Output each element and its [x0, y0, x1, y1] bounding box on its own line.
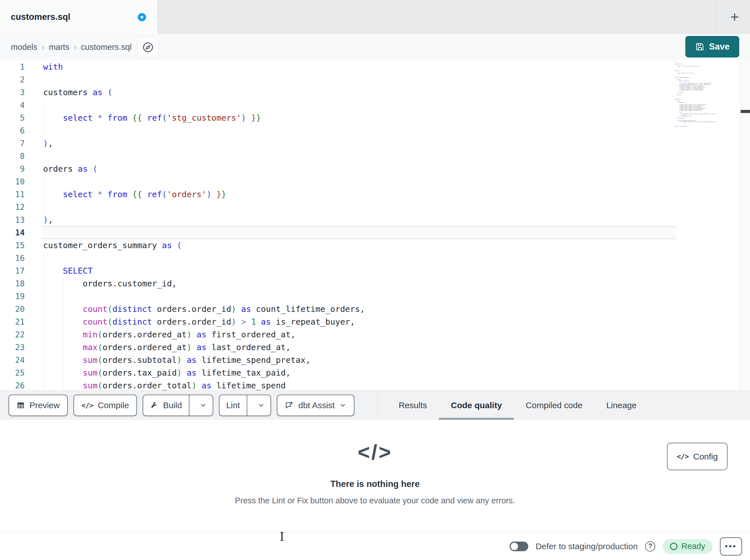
config-label: Config	[693, 452, 718, 461]
code-line-6[interactable]: 6	[0, 124, 740, 137]
build-button[interactable]: Build	[143, 395, 190, 416]
line-number: 26	[0, 379, 41, 390]
code-line-21[interactable]: 21 count(distinct orders.order_id) > 1 a…	[0, 315, 740, 328]
preview-label: Preview	[29, 400, 60, 410]
code-line-19[interactable]: 19	[0, 290, 740, 303]
code-line-14[interactable]: 14	[0, 226, 740, 239]
scrollbar-thumb[interactable]	[741, 110, 750, 113]
indent-guide	[43, 315, 44, 328]
code-line-17[interactable]: 17 SELECT	[0, 265, 740, 277]
defer-toggle[interactable]	[510, 542, 528, 551]
code-line-8[interactable]: 8	[0, 150, 740, 163]
dbt-assist-label: dbt Assist	[298, 400, 335, 410]
breadcrumb-separator: ›	[74, 43, 77, 51]
save-label: Save	[709, 42, 730, 52]
line-number: 15	[0, 239, 41, 252]
action-toolbar: Preview </> Compile Build	[0, 390, 750, 420]
panel-tab-compiled-code[interactable]: Compiled code	[526, 391, 583, 420]
indent-guide	[43, 111, 44, 124]
code-line-22[interactable]: 22 min(orders.ordered_at) as first_order…	[0, 328, 740, 341]
code-line-20[interactable]: 20 count(distinct orders.order_id) as co…	[0, 303, 740, 315]
question-circle-icon[interactable]: ?	[645, 541, 655, 552]
panel-tab-results[interactable]: Results	[399, 391, 427, 420]
editor-minimap[interactable]: withcustomers as ( select * from {{ ref(…	[675, 61, 718, 129]
code-line-7[interactable]: 7),	[0, 137, 740, 150]
line-number: 24	[0, 354, 41, 367]
panel-tab-code-quality[interactable]: Code quality	[451, 391, 502, 420]
breadcrumb-item-customers-sql[interactable]: customers.sql	[81, 42, 132, 52]
indent-guide	[63, 328, 63, 341]
status-ready-badge[interactable]: Ready	[663, 539, 713, 554]
ellipsis-icon: •••	[725, 542, 737, 551]
code-line-13[interactable]: 13),	[0, 213, 740, 226]
editor-tab-bar: customers.sql +	[0, 0, 750, 34]
lint-button[interactable]: Lint	[219, 395, 247, 416]
lint-dropdown-button[interactable]	[252, 395, 271, 416]
line-number: 21	[0, 315, 41, 328]
line-number: 17	[0, 265, 41, 277]
floppy-disk-icon	[695, 42, 705, 51]
tab-customers-sql[interactable]: customers.sql	[0, 0, 158, 34]
indent-guide	[43, 341, 44, 354]
indent-guide	[43, 99, 44, 111]
code-line-24[interactable]: 24 sum(orders.subtotal) as lifetime_spen…	[0, 354, 740, 367]
code-line-2[interactable]: 2	[0, 74, 740, 86]
empty-state: </> There is nothing here Press the Lint…	[0, 440, 750, 505]
wrench-icon	[150, 401, 158, 410]
line-number: 23	[0, 341, 41, 354]
code-lines: 1with23customers as (45 select * from {{…	[0, 61, 740, 390]
breadcrumb-item-models[interactable]: models	[11, 42, 37, 52]
lint-label: Lint	[226, 400, 240, 410]
toolbar-divider	[378, 391, 378, 420]
indent-guide	[43, 354, 44, 367]
unsaved-changes-dot-icon	[138, 13, 146, 21]
result-panel-tabs: ResultsCode qualityCompiled codeLineage	[399, 391, 636, 420]
code-line-25[interactable]: 25 sum(orders.tax_paid) as lifetime_tax_…	[0, 367, 740, 379]
line-number: 11	[0, 188, 41, 201]
code-line-23[interactable]: 23 max(orders.ordered_at) as last_ordere…	[0, 341, 740, 354]
line-number: 12	[0, 201, 41, 213]
breadcrumb-bar: models›marts›customers.sql Save	[0, 34, 750, 60]
build-split-button: Build	[143, 395, 213, 416]
code-line-9[interactable]: 9orders as (	[0, 163, 740, 175]
code-line-4[interactable]: 4	[0, 99, 740, 111]
config-button[interactable]: </> Config	[667, 443, 728, 470]
code-line-15[interactable]: 15customer_orders_summary as (	[0, 239, 740, 252]
code-line-18[interactable]: 18 orders.customer_id,	[0, 277, 740, 290]
code-line-5[interactable]: 5 select * from {{ ref('stg_customers') …	[0, 111, 740, 124]
compile-button[interactable]: </> Compile	[74, 395, 137, 416]
line-number: 22	[0, 328, 41, 341]
code-line-3[interactable]: 3customers as (	[0, 86, 740, 99]
preview-button[interactable]: Preview	[8, 395, 68, 416]
indent-guide	[63, 290, 63, 303]
build-dropdown-button[interactable]	[194, 395, 213, 416]
new-tab-button[interactable]: +	[725, 0, 745, 34]
code-brackets-icon: </>	[81, 401, 93, 410]
tab-title: customers.sql	[11, 12, 70, 22]
editor-scroll-gutter	[740, 60, 750, 390]
code-line-10[interactable]: 10	[0, 175, 740, 188]
overflow-menu-button[interactable]: •••	[720, 537, 742, 556]
reveal-in-file-tree-button[interactable]	[137, 37, 159, 58]
indent-guide	[43, 175, 44, 188]
code-line-11[interactable]: 11 select * from {{ ref('orders') }}	[0, 188, 740, 201]
line-number: 10	[0, 175, 41, 188]
dbt-assist-button[interactable]: dbt Assist	[277, 395, 354, 416]
indent-guide	[43, 252, 44, 265]
code-line-26[interactable]: 26 sum(orders.order_total) as lifetime_s…	[0, 379, 740, 390]
code-line-16[interactable]: 16	[0, 252, 740, 265]
code-line-1[interactable]: 1with	[0, 61, 740, 74]
indent-guide	[43, 303, 44, 315]
panel-tab-lineage[interactable]: Lineage	[606, 391, 636, 420]
line-number: 3	[0, 86, 41, 99]
save-button[interactable]: Save	[685, 36, 739, 58]
breadcrumb-item-marts[interactable]: marts	[49, 42, 70, 52]
chevron-down-icon	[339, 402, 347, 409]
code-line-12[interactable]: 12	[0, 201, 740, 213]
line-number: 7	[0, 137, 41, 150]
code-editor[interactable]: 1with23customers as (45 select * from {{…	[0, 60, 750, 390]
line-number: 5	[0, 111, 41, 124]
indent-guide	[43, 277, 44, 290]
line-number: 4	[0, 99, 41, 111]
indent-guide	[43, 290, 44, 303]
